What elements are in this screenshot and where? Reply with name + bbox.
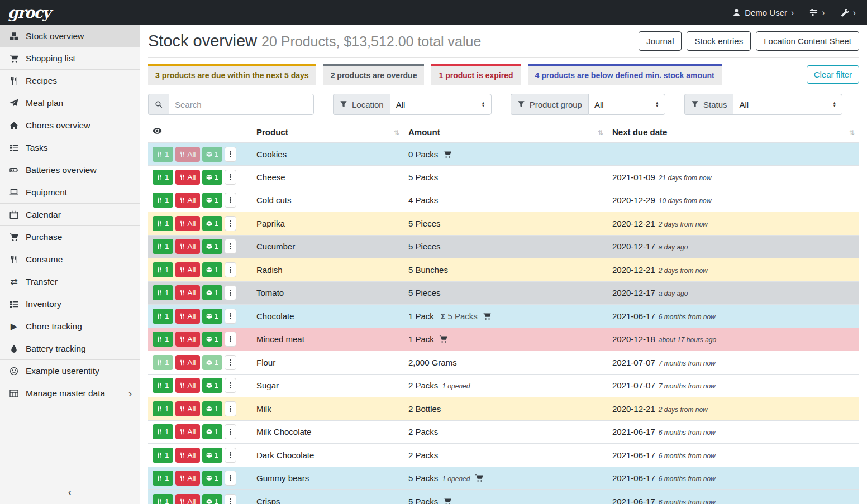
sidebar-item-equipment[interactable]: Equipment <box>0 181 140 204</box>
consume-all-button[interactable]: All <box>175 170 200 185</box>
consume-all-button[interactable]: All <box>175 239 200 254</box>
consume-one-button[interactable]: 1 <box>153 193 173 208</box>
sidebar-item-calendar[interactable]: Calendar <box>0 204 140 226</box>
banner-overdue[interactable]: 2 products are overdue <box>323 64 425 85</box>
consume-all-button[interactable]: All <box>175 193 200 208</box>
open-one-button[interactable]: 1 <box>202 332 223 347</box>
product-name[interactable]: Dark Chocolate <box>256 450 314 460</box>
eye-icon[interactable] <box>153 126 162 136</box>
consume-all-button[interactable]: All <box>175 147 200 162</box>
row-menu-button[interactable] <box>225 494 236 504</box>
sidebar-item-inventory[interactable]: Inventory <box>0 293 140 315</box>
open-one-button[interactable]: 1 <box>202 239 223 254</box>
row-menu-button[interactable] <box>225 448 236 463</box>
sidebar-item-tasks[interactable]: Tasks <box>0 137 140 159</box>
location-filter-select[interactable]: All ▲▼ <box>390 94 492 115</box>
row-menu-button[interactable] <box>225 170 236 185</box>
consume-all-button[interactable]: All <box>175 378 200 393</box>
consume-all-button[interactable]: All <box>175 309 200 324</box>
open-one-button[interactable]: 1 <box>202 355 223 370</box>
column-header-next-due-date[interactable]: Next due date ⇅ <box>608 122 859 142</box>
product-name[interactable]: Cucumber <box>256 242 295 251</box>
product-name[interactable]: Cold cuts <box>256 195 292 205</box>
consume-all-button[interactable]: All <box>175 216 200 231</box>
sidebar-item-purchase[interactable]: Purchase <box>0 226 140 248</box>
open-one-button[interactable]: 1 <box>202 216 223 231</box>
sidebar-item-transfer[interactable]: ⇄Transfer <box>0 271 140 293</box>
consume-all-button[interactable]: All <box>175 262 200 277</box>
sidebar-item-recipes[interactable]: Recipes <box>0 70 140 92</box>
journal-button[interactable]: Journal <box>639 31 682 51</box>
consume-all-button[interactable]: All <box>175 424 200 439</box>
consume-all-button[interactable]: All <box>175 494 200 504</box>
clear-filter-button[interactable]: Clear filter <box>807 65 859 84</box>
consume-one-button[interactable]: 1 <box>153 239 173 254</box>
sidebar-item-stock-overview[interactable]: Stock overview <box>0 25 140 47</box>
consume-all-button[interactable]: All <box>175 448 200 463</box>
consume-one-button[interactable]: 1 <box>153 147 173 162</box>
consume-all-button[interactable]: All <box>175 401 200 416</box>
open-one-button[interactable]: 1 <box>202 471 223 486</box>
open-one-button[interactable]: 1 <box>202 378 223 393</box>
product-name[interactable]: Chocolate <box>256 311 294 321</box>
open-one-button[interactable]: 1 <box>202 401 223 416</box>
consume-one-button[interactable]: 1 <box>153 170 173 185</box>
product-name[interactable]: Milk <box>256 404 271 414</box>
consume-one-button[interactable]: 1 <box>153 262 173 277</box>
row-menu-button[interactable] <box>225 424 236 439</box>
row-menu-button[interactable] <box>225 401 236 416</box>
sidebar-item-chores-overview[interactable]: Chores overview <box>0 114 140 137</box>
sidebar-item-consume[interactable]: Consume <box>0 248 140 271</box>
product-name[interactable]: Milk Chocolate <box>256 427 311 436</box>
settings-menu[interactable]: › <box>809 8 825 18</box>
stock-entries-button[interactable]: Stock entries <box>687 31 751 51</box>
open-one-button[interactable]: 1 <box>202 193 223 208</box>
product-group-filter-select[interactable]: All ▲▼ <box>588 94 665 115</box>
open-one-button[interactable]: 1 <box>202 309 223 324</box>
sidebar-item-example-userentity[interactable]: Example userentity <box>0 360 140 382</box>
consume-one-button[interactable]: 1 <box>153 285 173 300</box>
product-name[interactable]: Crisps <box>256 497 280 504</box>
sidebar-collapse-button[interactable]: ‹ <box>0 479 140 504</box>
consume-one-button[interactable]: 1 <box>153 216 173 231</box>
row-menu-button[interactable] <box>225 378 236 393</box>
product-name[interactable]: Minced meat <box>256 334 304 344</box>
sidebar-item-chore-tracking[interactable]: ▶Chore tracking <box>0 315 140 338</box>
banner-expired[interactable]: 1 product is expired <box>431 64 520 85</box>
open-one-button[interactable]: 1 <box>202 448 223 463</box>
row-menu-button[interactable] <box>225 332 236 347</box>
open-one-button[interactable]: 1 <box>202 147 223 162</box>
search-input[interactable] <box>169 94 314 115</box>
open-one-button[interactable]: 1 <box>202 170 223 185</box>
open-one-button[interactable]: 1 <box>202 285 223 300</box>
consume-one-button[interactable]: 1 <box>153 309 173 324</box>
user-menu[interactable]: Demo User › <box>732 8 794 18</box>
row-menu-button[interactable] <box>225 193 236 208</box>
sidebar-item-shopping-list[interactable]: Shopping list <box>0 47 140 70</box>
consume-one-button[interactable]: 1 <box>153 401 173 416</box>
product-name[interactable]: Sugar <box>256 381 279 390</box>
consume-all-button[interactable]: All <box>175 332 200 347</box>
product-name[interactable]: Cheese <box>256 172 285 182</box>
open-one-button[interactable]: 1 <box>202 494 223 504</box>
row-menu-button[interactable] <box>225 355 236 370</box>
open-one-button[interactable]: 1 <box>202 424 223 439</box>
product-name[interactable]: Flour <box>256 358 275 367</box>
product-name[interactable]: Cookies <box>256 150 287 159</box>
row-menu-button[interactable] <box>225 262 236 277</box>
product-name[interactable]: Paprika <box>256 219 285 228</box>
consume-one-button[interactable]: 1 <box>153 424 173 439</box>
product-name[interactable]: Radish <box>256 265 283 275</box>
consume-one-button[interactable]: 1 <box>153 471 173 486</box>
row-menu-button[interactable] <box>225 309 236 324</box>
banner-below-min-stock[interactable]: 4 products are below defined min. stock … <box>528 64 722 85</box>
sidebar-item-battery-tracking[interactable]: Battery tracking <box>0 338 140 360</box>
app-logo[interactable]: grocy <box>8 4 50 21</box>
banner-due-soon[interactable]: 3 products are due within the next 5 day… <box>148 64 316 85</box>
status-filter-select[interactable]: All ▲▼ <box>733 94 842 115</box>
open-one-button[interactable]: 1 <box>202 262 223 277</box>
row-menu-button[interactable] <box>225 285 236 300</box>
sidebar-item-manage-master-data[interactable]: Manage master data› <box>0 382 140 405</box>
consume-all-button[interactable]: All <box>175 355 200 370</box>
product-name[interactable]: Gummy bears <box>256 473 309 483</box>
